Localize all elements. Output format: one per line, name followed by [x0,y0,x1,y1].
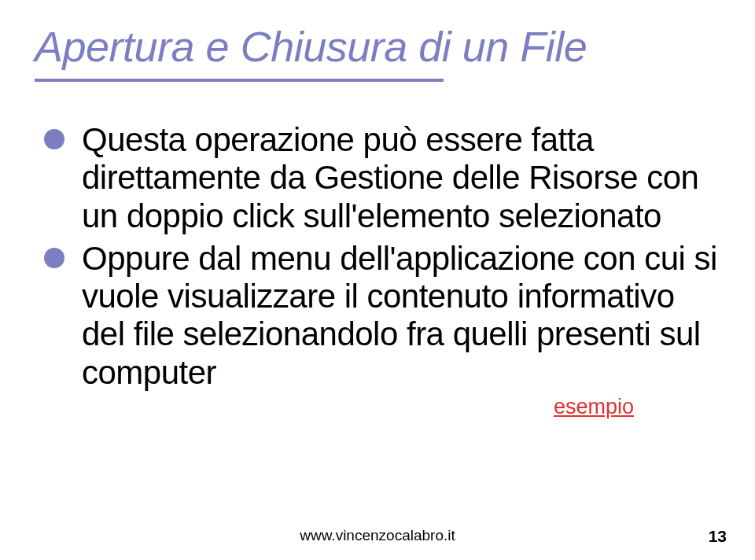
page-number: 13 [709,527,727,546]
bullet-item: Questa operazione può essere fatta diret… [44,121,720,235]
bullet-dot-icon [44,129,64,149]
title-underline [35,79,444,82]
esempio-link[interactable]: esempio [44,395,720,419]
slide-container: Apertura e Chiusura di un File Questa op… [0,0,755,560]
content-area: Questa operazione può essere fatta diret… [35,121,720,419]
bullet-dot-icon [44,248,64,268]
slide-title: Apertura e Chiusura di un File [35,22,720,71]
bullet-item: Oppure dal menu dell'applicazione con cu… [44,240,720,392]
footer-url: www.vincenzocalabro.it [0,527,755,544]
bullet-text: Oppure dal menu dell'applicazione con cu… [82,240,720,392]
bullet-text: Questa operazione può essere fatta diret… [82,121,720,235]
